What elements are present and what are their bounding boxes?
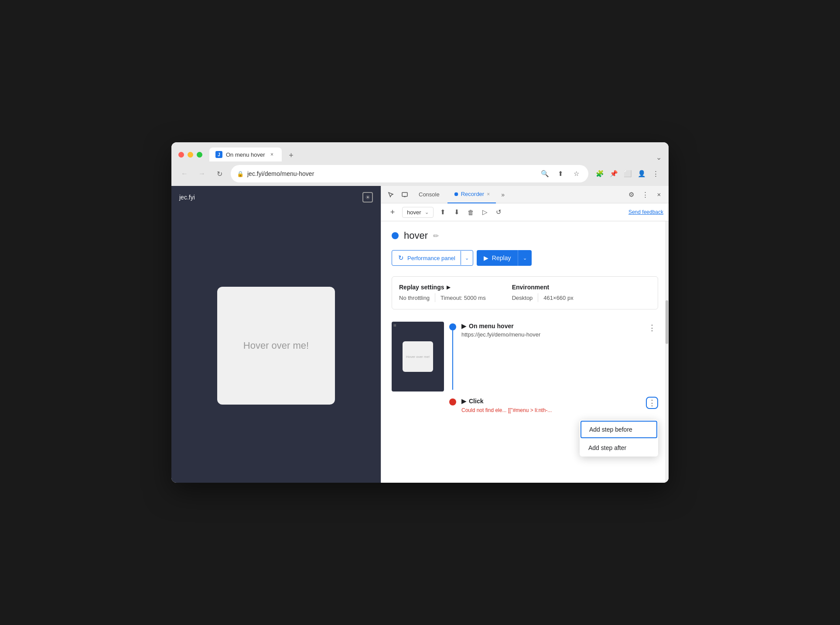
reload-button[interactable]: ↻: [213, 168, 225, 180]
devtools-settings-icon[interactable]: ⚙: [625, 189, 637, 201]
performance-icon: ↻: [398, 254, 404, 262]
traffic-light-close[interactable]: [178, 152, 184, 158]
devtools-scrollbar-thumb[interactable]: [666, 300, 668, 344]
step-thumbnail: ⊞ Hover over me!: [392, 322, 444, 391]
step-more-button-highlighted[interactable]: ⋮: [646, 397, 658, 409]
slow-replay-icon[interactable]: ↺: [493, 206, 505, 218]
replay-icon[interactable]: ▷: [479, 206, 491, 218]
step-content: ▶ On menu hover https://jec.fyi/demo/men…: [461, 322, 646, 391]
step-title-arrow: ▶: [461, 323, 466, 330]
tab-recorder[interactable]: ⏺ Recorder ×: [447, 186, 496, 203]
active-tab[interactable]: J On menu hover ×: [209, 148, 282, 161]
add-recording-button[interactable]: +: [386, 206, 399, 218]
tab-bar: J On menu hover × + ⌄: [209, 148, 662, 161]
resolution-value: 461×660 px: [543, 295, 573, 301]
url-actions: 🔍 ⬆ ☆: [539, 168, 582, 180]
replay-btn-label: Replay: [492, 254, 511, 261]
devtools-menu-icon[interactable]: ⋮: [639, 189, 651, 201]
site-title: jec.fyi: [179, 194, 195, 201]
step-timeline-line: [452, 330, 453, 390]
recording-dropdown-chevron: ⌄: [425, 209, 429, 215]
svg-rect-0: [402, 192, 407, 196]
puzzle-icon[interactable]: 📌: [608, 168, 620, 180]
title-bar: J On menu hover × + ⌄: [171, 142, 669, 161]
main-content: jec.fyi ☀ Hover over me!: [171, 186, 669, 483]
hover-card[interactable]: Hover over me!: [217, 287, 335, 405]
performance-btn-chevron[interactable]: ⌄: [461, 251, 473, 265]
browser-toolbar: 🧩 📌 ⬜ 👤 ⋮: [594, 168, 662, 180]
share-icon[interactable]: ⬆: [554, 168, 567, 180]
export-recording-icon[interactable]: ⬆: [437, 206, 449, 218]
browser-menu-icon[interactable]: ⋮: [649, 168, 662, 180]
step-click-label: Click: [469, 398, 483, 405]
replay-settings-label: Replay settings: [399, 284, 444, 291]
replay-settings-arrow: ▶: [447, 285, 450, 290]
close-devtools-button[interactable]: ×: [653, 189, 665, 201]
replay-button-group: ▶ Replay ⌄: [477, 250, 532, 266]
step-click-title[interactable]: ▶ Click: [461, 398, 646, 405]
import-recording-icon[interactable]: ⬇: [451, 206, 463, 218]
tab-title: On menu hover: [226, 151, 265, 158]
toggle-device-toolbar-icon[interactable]: [399, 189, 411, 201]
performance-btn-label: Performance panel: [407, 255, 455, 261]
url-bar[interactable]: 🔒 jec.fyi/demo/menu-hover 🔍 ⬆ ☆: [231, 165, 588, 182]
search-icon[interactable]: 🔍: [539, 168, 551, 180]
bookmark-icon[interactable]: ☆: [570, 168, 582, 180]
back-button[interactable]: ←: [178, 168, 191, 180]
step-dot-error: [449, 398, 456, 405]
environment-detail: Desktop 461×660 px: [512, 293, 574, 302]
environment-title: Environment: [512, 284, 574, 291]
recording-title-row: hover ✏: [392, 230, 658, 241]
address-bar: ← → ↻ 🔒 jec.fyi/demo/menu-hover 🔍 ⬆ ☆ 🧩 …: [171, 161, 669, 186]
add-step-after-label: Add step after: [588, 444, 626, 451]
close-recorder-tab[interactable]: ×: [487, 191, 490, 197]
settings-section: Replay settings ▶ No throttling Timeout:…: [392, 276, 658, 309]
recorder-icon: ⏺: [454, 191, 459, 197]
throttling-value: No throttling: [399, 295, 430, 301]
traffic-light-maximize[interactable]: [197, 152, 202, 158]
recording-title: hover: [404, 230, 428, 241]
add-step-before-menu-item[interactable]: Add step before: [580, 421, 657, 438]
new-tab-button[interactable]: +: [285, 149, 297, 161]
send-feedback-link[interactable]: Send feedback: [628, 209, 663, 215]
theme-toggle-icon[interactable]: ☀: [362, 192, 373, 203]
browser-window: J On menu hover × + ⌄ ← → ↻ 🔒 jec.fyi/de…: [171, 142, 669, 483]
step-click-arrow: ▶: [461, 398, 466, 405]
devtools-scrollbar[interactable]: [665, 221, 669, 483]
toolbar-icons: ⬆ ⬇ 🗑 ▷ ↺: [437, 206, 505, 218]
element-picker-icon[interactable]: [385, 189, 397, 201]
settings-divider-1: [435, 293, 435, 302]
step-title[interactable]: ▶ On menu hover: [461, 323, 646, 330]
more-tabs-button[interactable]: »: [498, 191, 508, 198]
replay-main-button[interactable]: ▶ Replay: [477, 251, 518, 265]
environment-label: Environment: [512, 284, 550, 291]
thumbnail-label: ⊞: [393, 323, 396, 327]
thumbnail-inner: Hover over me!: [403, 341, 433, 372]
profile-icon[interactable]: ⬜: [621, 168, 634, 180]
delete-recording-icon[interactable]: 🗑: [465, 206, 477, 218]
traffic-light-minimize[interactable]: [188, 152, 193, 158]
tab-dropdown-button[interactable]: ⌄: [656, 153, 662, 161]
url-text: jec.fyi/demo/menu-hover: [247, 170, 535, 177]
forward-button[interactable]: →: [196, 168, 208, 180]
table-row: ▶ Click Could not find ele... [["#menu >…: [392, 395, 658, 417]
replay-dropdown-chevron[interactable]: ⌄: [518, 250, 532, 266]
extensions-icon[interactable]: 🧩: [594, 168, 606, 180]
replay-settings-detail: No throttling Timeout: 5000 ms: [399, 293, 486, 302]
action-buttons: ↻ Performance panel ⌄ ▶ Replay ⌄: [392, 250, 658, 266]
replay-settings-title[interactable]: Replay settings ▶: [399, 284, 486, 291]
tab-console-label: Console: [419, 191, 440, 198]
recording-status-dot: [392, 232, 399, 239]
tab-close-button[interactable]: ×: [269, 151, 276, 158]
profile-avatar[interactable]: 👤: [635, 168, 648, 180]
performance-panel-button[interactable]: ↻ Performance panel ⌄: [392, 250, 473, 266]
add-step-after-menu-item[interactable]: Add step after: [580, 439, 658, 457]
devtools-header-icons: ⚙ ⋮ ×: [625, 189, 665, 201]
tab-console[interactable]: Console: [413, 186, 446, 203]
step-content-click: ▶ Click Could not find ele... [["#menu >…: [461, 397, 646, 413]
tab-favicon: J: [215, 151, 222, 158]
edit-recording-title-icon[interactable]: ✏: [433, 232, 439, 240]
recording-selector[interactable]: hover ⌄: [402, 207, 434, 218]
context-menu: Add step before Add step after: [580, 420, 658, 457]
step-more-button[interactable]: ⋮: [646, 322, 658, 334]
